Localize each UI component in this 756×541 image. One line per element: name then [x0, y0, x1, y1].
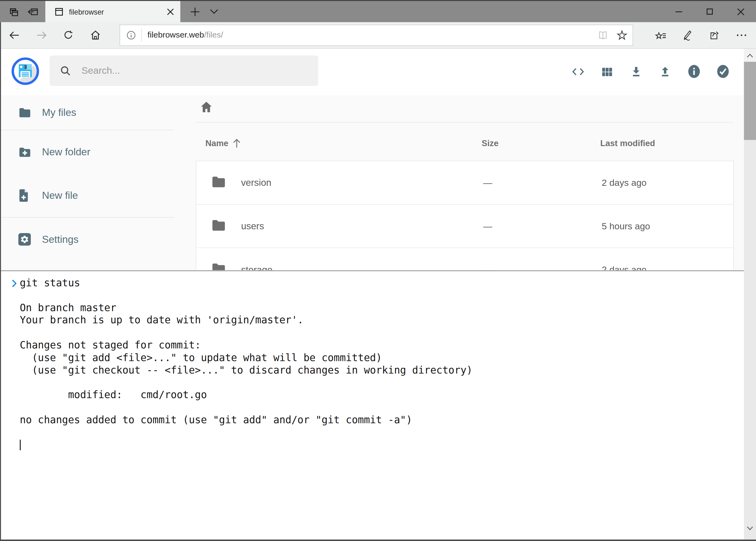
url-separator — [141, 28, 142, 42]
terminal-output-line: Changes not staged for commit: — [12, 339, 744, 352]
scrollbar-thumb[interactable] — [744, 62, 756, 140]
settings-more-button[interactable] — [728, 25, 755, 46]
file-size: — — [483, 265, 602, 270]
file-size: — — [483, 221, 602, 231]
chevron-down-icon — [746, 525, 754, 531]
minimize-button[interactable] — [663, 1, 694, 22]
sidebar-item-label: My files — [42, 107, 76, 118]
add-favorite-star-icon[interactable] — [616, 29, 628, 41]
page-scrollbar[interactable] — [744, 49, 756, 539]
tab-list-dropdown-button[interactable] — [204, 2, 223, 21]
chevron-down-icon — [210, 9, 218, 14]
folder-icon — [211, 219, 241, 234]
file-modified: 2 days ago — [602, 265, 733, 270]
address-bar[interactable]: filebrowser.web/files/ — [120, 25, 633, 46]
column-header-modified[interactable]: Last modified — [600, 138, 734, 149]
terminal-cursor — [20, 440, 21, 450]
file-size: — — [483, 178, 602, 188]
set-tabs-aside-icon — [27, 6, 39, 17]
reading-view-icon[interactable] — [597, 30, 609, 41]
terminal-output-line: (use "git add <file>..." to update what … — [12, 352, 744, 364]
set-tabs-aside-button[interactable] — [23, 2, 42, 21]
back-button[interactable] — [1, 25, 28, 46]
home-icon — [90, 29, 101, 41]
filebrowser-app: My files New folder — [1, 49, 744, 270]
sidebar-item-label: New file — [42, 190, 78, 201]
file-name: storage — [241, 264, 483, 270]
plus-icon — [190, 7, 199, 16]
forward-arrow-icon — [36, 29, 47, 41]
sidebar-item-new-folder[interactable]: New folder — [1, 130, 175, 174]
back-arrow-icon — [9, 29, 20, 41]
sidebar-item-new-file[interactable]: New file — [1, 174, 175, 217]
page-icon — [55, 8, 63, 16]
forward-button[interactable] — [28, 25, 55, 46]
terminal-panel[interactable]: git status On branch master Your branch … — [1, 270, 744, 540]
folder-icon — [211, 263, 241, 270]
file-name: users — [241, 221, 483, 232]
sidebar: My files New folder — [1, 95, 175, 270]
terminal-command: git status — [20, 277, 80, 289]
favorites-list-icon — [654, 30, 667, 41]
scrollbar-down-button[interactable] — [744, 521, 756, 535]
pen-icon — [682, 29, 693, 41]
terminal-output-line — [12, 376, 744, 389]
terminal-output: On branch master Your branch is up to da… — [12, 302, 744, 426]
url-path: /files/ — [204, 31, 223, 40]
floppy-disk-icon — [14, 60, 37, 83]
refresh-icon — [63, 29, 74, 41]
tab-filebrowser[interactable]: filebrowser — [45, 1, 180, 22]
tab-title: filebrowser — [69, 8, 163, 16]
filebrowser-logo[interactable] — [12, 58, 39, 85]
sidebar-item-label: New folder — [42, 146, 90, 158]
file-modified: 5 hours ago — [602, 221, 733, 231]
home-icon — [200, 101, 213, 114]
listing-divider — [196, 122, 734, 123]
file-modified: 2 days ago — [602, 178, 733, 188]
favorites-hub-button[interactable] — [647, 25, 674, 46]
sidebar-item-label: Settings — [42, 234, 79, 245]
sidebar-item-settings[interactable]: Settings — [1, 218, 175, 261]
maximize-button[interactable] — [694, 1, 725, 22]
terminal-output-line: (use "git checkout -- <file>..." to disc… — [12, 364, 744, 376]
share-button[interactable] — [701, 25, 728, 46]
window-border-bottom — [0, 540, 756, 541]
terminal-output-line: no changes added to commit (use "git add… — [12, 414, 744, 426]
chevron-up-icon — [746, 53, 754, 58]
column-header-name[interactable]: Name — [205, 138, 482, 149]
search-icon — [59, 65, 72, 77]
refresh-button[interactable] — [55, 25, 82, 46]
tab-preview-icon — [8, 6, 19, 17]
file-row-version[interactable]: version — 2 days ago — [196, 161, 733, 205]
folder-icon — [211, 176, 241, 190]
maximize-icon — [706, 8, 714, 16]
terminal-output-line: Your branch is up to date with 'origin/m… — [12, 314, 744, 327]
home-button[interactable] — [82, 25, 109, 46]
file-plus-icon — [18, 189, 29, 202]
new-tab-button[interactable] — [185, 2, 204, 21]
sidebar-item-my-files[interactable]: My files — [1, 95, 175, 130]
close-icon — [166, 8, 174, 15]
url-host: filebrowser.web — [147, 31, 204, 40]
file-row-users[interactable]: users — 5 hours ago — [196, 205, 733, 248]
close-icon — [737, 8, 745, 16]
file-row-storage[interactable]: storage — 2 days ago — [196, 248, 733, 270]
scrollbar-up-button[interactable] — [744, 49, 756, 62]
terminal-output-line: modified: cmd/root.go — [12, 389, 744, 401]
folder-plus-icon — [18, 146, 31, 158]
site-info-icon — [126, 30, 136, 41]
file-listing: Name Size Last modified version — [196, 49, 734, 270]
breadcrumb-home-button[interactable] — [197, 99, 215, 116]
gear-icon — [18, 233, 31, 246]
tab-preview-button[interactable] — [4, 2, 23, 21]
share-icon — [709, 29, 720, 41]
minimize-icon — [675, 8, 683, 16]
column-header-size[interactable]: Size — [482, 138, 600, 149]
terminal-output-line — [12, 402, 744, 414]
close-window-button[interactable] — [725, 1, 756, 22]
terminal-output-line: On branch master — [12, 302, 744, 314]
tab-close-button[interactable] — [163, 4, 177, 19]
file-name: version — [241, 177, 483, 188]
browser-window: filebrowser — [0, 0, 756, 541]
web-notes-button[interactable] — [674, 25, 701, 46]
